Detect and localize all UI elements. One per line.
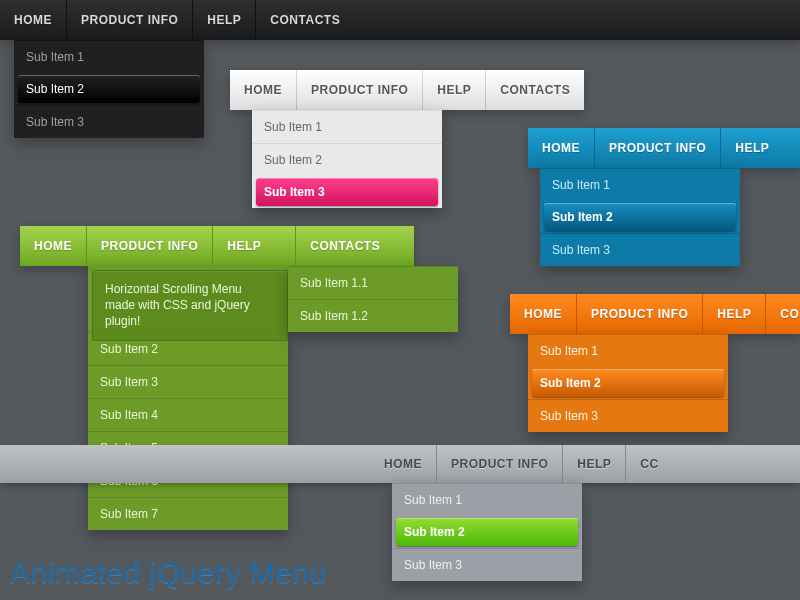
green-flyout: Sub Item 1.1 Sub Item 1.2 <box>288 266 458 332</box>
green-flyout-item-2[interactable]: Sub Item 1.2 <box>288 299 458 332</box>
light-home[interactable]: HOME <box>230 70 296 110</box>
orange-submenu: Sub Item 1 Sub Item 2 Sub Item 3 <box>528 334 728 432</box>
gray-sub-item-2[interactable]: Sub Item 2 <box>396 518 578 546</box>
blue-sub-item-1[interactable]: Sub Item 1 <box>540 168 740 201</box>
orange-sub-item-1[interactable]: Sub Item 1 <box>528 334 728 367</box>
dark-submenu: Sub Item 1 Sub Item 2 Sub Item 3 <box>14 40 204 138</box>
green-sub-item-7[interactable]: Sub Item 7 <box>88 497 288 530</box>
green-submenu: Horizontal Scrolling Menu made with CSS … <box>88 266 288 530</box>
light-sub-item-2[interactable]: Sub Item 2 <box>252 143 442 176</box>
gray-sub-item-1[interactable]: Sub Item 1 <box>392 483 582 516</box>
light-help[interactable]: HELP <box>422 70 485 110</box>
orange-help[interactable]: HELP <box>702 294 765 334</box>
gray-help[interactable]: HELP <box>562 445 625 483</box>
green-sub-item-4[interactable]: Sub Item 4 <box>88 398 288 431</box>
gray-product-info[interactable]: PRODUCT INFO <box>436 445 562 483</box>
green-product-info[interactable]: PRODUCT INFO <box>86 226 212 266</box>
blue-sub-item-2[interactable]: Sub Item 2 <box>544 203 736 231</box>
menu-gray: HOME PRODUCT INFO HELP CC Sub Item 1 Sub… <box>370 445 673 483</box>
blue-product-info[interactable]: PRODUCT INFO <box>594 128 720 168</box>
light-submenu: Sub Item 1 Sub Item 2 Sub Item 3 <box>252 110 442 208</box>
page-title: Animated jQuery Menu <box>10 556 327 590</box>
dark-sub-item-3[interactable]: Sub Item 3 <box>14 105 204 138</box>
gray-home[interactable]: HOME <box>370 445 436 483</box>
gray-submenu: Sub Item 1 Sub Item 2 Sub Item 3 <box>392 483 582 581</box>
blue-help[interactable]: HELP <box>720 128 783 168</box>
blue-submenu: Sub Item 1 Sub Item 2 Sub Item 3 <box>540 168 740 266</box>
dark-sub-item-1[interactable]: Sub Item 1 <box>14 40 204 73</box>
green-help[interactable]: HELP <box>212 226 295 266</box>
orange-sub-item-3[interactable]: Sub Item 3 <box>528 399 728 432</box>
blue-sub-item-3[interactable]: Sub Item 3 <box>540 233 740 266</box>
gray-sub-item-3[interactable]: Sub Item 3 <box>392 548 582 581</box>
menu-light: HOME PRODUCT INFO HELP CONTACTS Sub Item… <box>230 70 584 110</box>
menu-green: HOME PRODUCT INFO HELP CONTACTS Horizont… <box>20 226 414 266</box>
green-sub-item-3[interactable]: Sub Item 3 <box>88 365 288 398</box>
gray-cc-trunc[interactable]: CC <box>625 445 672 483</box>
menu-blue: HOME PRODUCT INFO HELP <box>528 128 800 168</box>
menu-dark: HOME PRODUCT INFO HELP CONTACTS Sub Item… <box>0 0 800 40</box>
orange-contacts-trunc[interactable]: CONT <box>765 294 800 334</box>
green-tooltip: Horizontal Scrolling Menu made with CSS … <box>92 270 288 341</box>
green-sub-item-2[interactable]: Sub Item 2 <box>88 332 288 365</box>
dark-product-info[interactable]: PRODUCT INFO <box>66 0 192 40</box>
light-product-info[interactable]: PRODUCT INFO <box>296 70 422 110</box>
green-flyout-item-1[interactable]: Sub Item 1.1 <box>288 266 458 299</box>
light-sub-item-3[interactable]: Sub Item 3 <box>256 178 438 206</box>
dark-contacts[interactable]: CONTACTS <box>255 0 354 40</box>
light-sub-item-1[interactable]: Sub Item 1 <box>252 110 442 143</box>
orange-home[interactable]: HOME <box>510 294 576 334</box>
dark-home[interactable]: HOME <box>0 0 66 40</box>
green-home[interactable]: HOME <box>20 226 86 266</box>
menu-orange: HOME PRODUCT INFO HELP CONT <box>510 294 800 334</box>
light-contacts[interactable]: CONTACTS <box>485 70 584 110</box>
dark-help[interactable]: HELP <box>192 0 255 40</box>
blue-home[interactable]: HOME <box>528 128 594 168</box>
orange-sub-item-2[interactable]: Sub Item 2 <box>532 369 724 397</box>
green-contacts[interactable]: CONTACTS <box>295 226 414 266</box>
dark-sub-item-2[interactable]: Sub Item 2 <box>18 75 200 103</box>
orange-product-info[interactable]: PRODUCT INFO <box>576 294 702 334</box>
